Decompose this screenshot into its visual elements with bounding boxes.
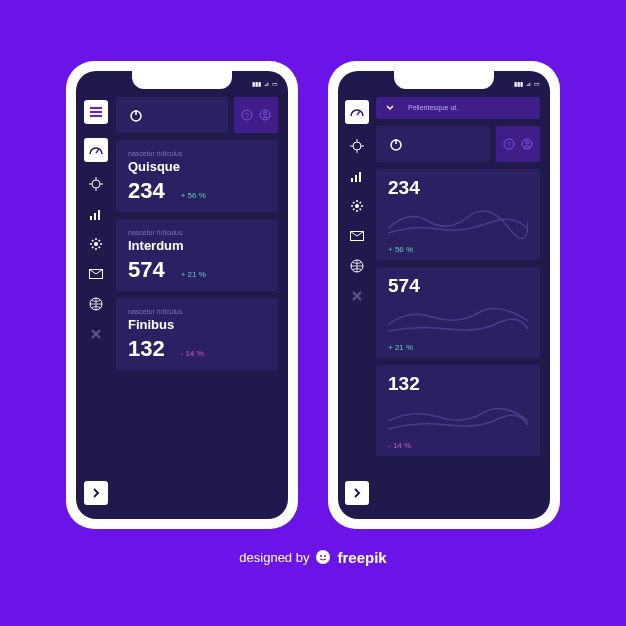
mail-icon[interactable] — [88, 266, 104, 282]
svg-point-4 — [94, 242, 98, 246]
card-change: + 21 % — [388, 343, 528, 352]
card-value: 132 — [128, 336, 165, 362]
card-change: - 14 % — [388, 441, 528, 450]
svg-rect-2 — [94, 213, 96, 220]
globe-icon[interactable] — [349, 258, 365, 274]
battery-icon: ▭ — [534, 80, 540, 87]
bars-icon[interactable] — [88, 206, 104, 222]
svg-point-23 — [526, 141, 529, 144]
wifi-icon: ⊿ — [264, 80, 269, 87]
battery-icon: ▭ — [272, 80, 278, 87]
next-button[interactable] — [345, 481, 369, 505]
sidebar — [76, 97, 116, 519]
gear-icon[interactable] — [88, 236, 104, 252]
power-button[interactable] — [116, 97, 228, 133]
help-icon: ? — [241, 109, 253, 121]
svg-rect-14 — [355, 175, 357, 182]
svg-rect-1 — [90, 216, 92, 220]
wifi-icon: ⊿ — [526, 80, 531, 87]
sidebar — [338, 97, 376, 519]
card-change: - 14 % — [181, 349, 204, 358]
svg-point-11 — [264, 112, 267, 115]
next-button[interactable] — [84, 481, 108, 505]
gauge-button[interactable] — [84, 138, 108, 162]
chart-card-2[interactable]: 574 + 21 % — [376, 267, 540, 358]
close-icon[interactable] — [88, 326, 104, 342]
main-content: Pellentesque ut. ? 234 — [376, 97, 550, 519]
svg-rect-13 — [351, 178, 353, 182]
card-value: 574 — [128, 257, 165, 283]
svg-rect-3 — [98, 210, 100, 220]
card-title: Interdum — [128, 238, 266, 253]
svg-point-24 — [316, 550, 330, 564]
phone-mockups: ▮▮▮ ⊿ ▭ — [66, 61, 560, 529]
signal-icon: ▮▮▮ — [252, 80, 261, 87]
svg-point-12 — [353, 142, 361, 150]
sparkline — [388, 301, 528, 337]
user-icon — [259, 109, 271, 121]
sparkline — [388, 203, 528, 239]
attribution-text: designed by — [239, 550, 309, 565]
svg-point-16 — [355, 204, 359, 208]
help-box[interactable]: ? — [234, 97, 278, 133]
notch — [394, 71, 494, 89]
chart-card-1[interactable]: 234 + 56 % — [376, 169, 540, 260]
power-button[interactable] — [376, 126, 490, 162]
signal-icon: ▮▮▮ — [514, 80, 523, 87]
mail-icon[interactable] — [349, 228, 365, 244]
user-icon — [521, 138, 533, 150]
phone-right: ▮▮▮ ⊿ ▭ — [328, 61, 560, 529]
card-subtitle: nascetur ridiculus — [128, 229, 266, 236]
phone-left: ▮▮▮ ⊿ ▭ — [66, 61, 298, 529]
chart-card-3[interactable]: 132 - 14 % — [376, 365, 540, 456]
gear-icon[interactable] — [349, 198, 365, 214]
stat-card-interdum[interactable]: nascetur ridiculus Interdum 574 + 21 % — [116, 219, 278, 291]
freepik-logo-icon — [315, 549, 331, 565]
card-value: 574 — [388, 275, 528, 297]
dropdown-label: Pellentesque ut. — [408, 104, 458, 111]
svg-text:?: ? — [245, 112, 249, 119]
svg-point-26 — [324, 555, 326, 557]
help-box[interactable]: ? — [496, 126, 540, 162]
attribution-brand: freepik — [337, 549, 386, 566]
gauge-button[interactable] — [345, 100, 369, 124]
card-title: Quisque — [128, 159, 266, 174]
card-change: + 56 % — [181, 191, 206, 200]
card-subtitle: nascetur ridiculus — [128, 150, 266, 157]
card-change: + 21 % — [181, 270, 206, 279]
sparkline — [388, 399, 528, 435]
menu-button[interactable] — [84, 100, 108, 124]
card-value: 132 — [388, 373, 528, 395]
help-icon: ? — [503, 138, 515, 150]
chevron-down-icon — [386, 105, 394, 111]
dropdown[interactable]: Pellentesque ut. — [376, 97, 540, 119]
svg-text:?: ? — [507, 141, 511, 148]
bars-icon[interactable] — [349, 168, 365, 184]
card-title: Finibus — [128, 317, 266, 332]
svg-rect-15 — [359, 172, 361, 182]
close-icon[interactable] — [349, 288, 365, 304]
attribution: designed by freepik — [239, 549, 386, 566]
card-change: + 56 % — [388, 245, 528, 254]
target-icon[interactable] — [349, 138, 365, 154]
target-icon[interactable] — [88, 176, 104, 192]
card-value: 234 — [128, 178, 165, 204]
svg-point-25 — [320, 555, 322, 557]
stat-card-finibus[interactable]: nascetur ridiculus Finibus 132 - 14 % — [116, 298, 278, 370]
globe-icon[interactable] — [88, 296, 104, 312]
main-content: ? nascetur ridiculus Quisque 234 + 56 % — [116, 97, 288, 519]
card-subtitle: nascetur ridiculus — [128, 308, 266, 315]
card-value: 234 — [388, 177, 528, 199]
stat-card-quisque[interactable]: nascetur ridiculus Quisque 234 + 56 % — [116, 140, 278, 212]
svg-point-0 — [92, 180, 100, 188]
notch — [132, 71, 232, 89]
